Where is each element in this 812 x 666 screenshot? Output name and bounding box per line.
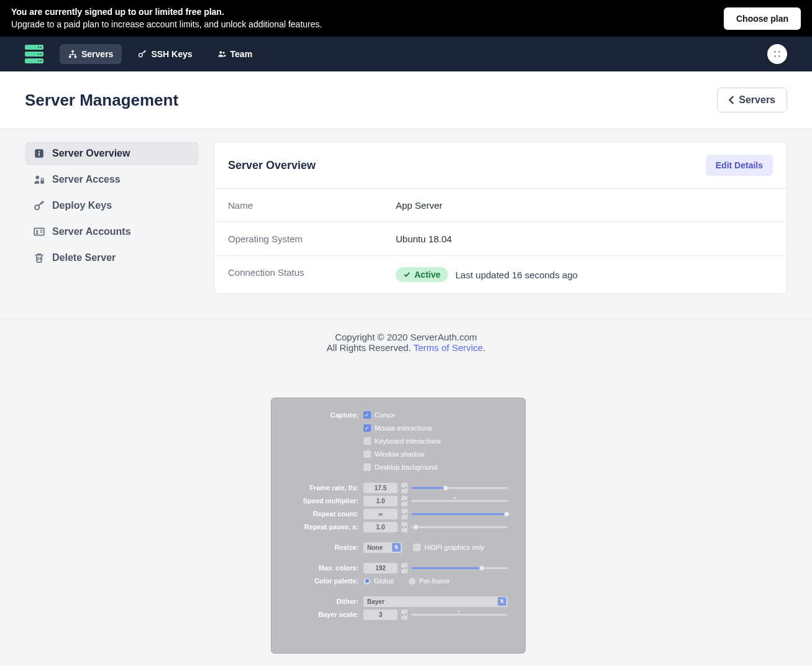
choose-plan-button[interactable]: Choose plan [724,7,801,30]
panel-header: Server Overview Edit Details [214,142,787,189]
value-name: App Server [396,200,442,211]
footer-copyright: Copyright © 2020 ServerAuth.com [12,332,800,342]
label-name: Name [228,200,396,211]
maxcolors-input[interactable]: 192 [363,563,398,573]
sitemap-icon [68,50,77,58]
sidenav-server-accounts[interactable]: Server Accounts [25,220,199,244]
top-nav: Servers SSH Keys Team [0,37,812,71]
repeat-stepper[interactable]: ▲▼ [401,509,408,519]
bayer-slider[interactable]: ▾ [411,614,508,616]
page-header: Server Management Servers [0,71,812,129]
nav-servers[interactable]: Servers [60,44,122,64]
speed-stepper[interactable]: ▲▼ [401,496,408,506]
svg-point-13 [35,176,39,180]
repeat-slider[interactable] [411,513,508,515]
maxcolors-slider[interactable] [411,567,508,569]
svg-rect-2 [75,56,77,58]
chevron-left-icon [729,96,735,104]
svg-point-7 [778,52,780,53]
framerate-label: Frame rate, f/s: [289,484,363,491]
footer-dot: . [483,342,485,353]
sidenav-label: Server Overview [52,148,130,159]
row-connection: Connection Status Active Last updated 16… [214,256,787,293]
svg-rect-14 [40,180,44,184]
edit-details-button[interactable]: Edit Details [706,155,773,176]
sidenav-label: Delete Server [52,252,116,263]
pause-input[interactable]: 1.0 [363,522,398,532]
banner-line1: You are currently signed up to our limit… [11,6,322,19]
footer: Copyright © 2020 ServerAuth.com All Righ… [0,319,812,365]
overview-panel: Server Overview Edit Details Name App Se… [214,142,787,294]
user-avatar[interactable] [767,44,787,64]
page-title: Server Management [25,91,178,110]
key-icon [34,200,45,211]
footer-rights-line: All Rights Reserved. Terms of Service. [12,342,800,353]
radio-global[interactable] [363,578,370,585]
hidpi-label: HiDPI graphics only [424,544,485,551]
speed-slider[interactable]: ▾ [411,500,508,502]
checkbox-hidpi[interactable] [413,544,421,551]
opt-perframe: Per-frame [419,577,450,585]
maxcolors-label: Max. colors: [289,564,363,572]
svg-point-17 [36,230,38,232]
sidenav-server-overview[interactable]: Server Overview [25,142,199,165]
bayer-label: Bayer scale: [289,611,363,618]
row-name: Name App Server [214,189,787,222]
opt-keyboard: Keyboard interactions [375,437,440,445]
checkbox-cursor[interactable]: ✓ [363,411,371,419]
pause-stepper[interactable]: ▲▼ [401,522,408,532]
label-os: Operating System [228,234,396,244]
pause-label: Repeat pause, s: [289,523,363,531]
banner-line2: Upgrade to a paid plan to increase accou… [11,19,322,31]
sidenav-label: Server Accounts [52,226,131,237]
repeat-label: Repeat count: [289,510,363,518]
side-nav: Server Overview Server Access Deploy Key… [25,142,199,294]
panel-title: Server Overview [228,159,316,172]
svg-rect-0 [71,50,74,53]
status-text: Active [414,270,440,280]
dither-select[interactable]: Bayer⇅ [363,596,508,607]
users-icon [217,50,226,58]
speed-input[interactable]: 1.0 [363,496,398,506]
framerate-stepper[interactable]: ▲▼ [401,483,408,493]
row-os: Operating System Ubuntu 18.04 [214,222,787,256]
svg-rect-12 [39,153,40,156]
sidenav-label: Deploy Keys [52,200,112,211]
sidenav-label: Server Access [52,174,121,185]
grip-icon [773,50,782,58]
nav-label: Servers [81,49,113,59]
opt-global: Global [374,577,394,585]
opt-desktop: Desktop background [375,463,437,471]
svg-point-4 [219,52,222,54]
resize-label: Resize: [289,544,363,551]
user-lock-icon [34,174,45,185]
checkbox-shadow[interactable] [363,450,371,458]
dither-label: Dither: [289,598,363,605]
repeat-input[interactable]: ∞ [363,509,398,519]
opt-cursor: Cursor [375,411,395,419]
sidenav-delete-server[interactable]: Delete Server [25,246,199,270]
pause-slider[interactable] [411,526,508,528]
checkbox-mouse[interactable]: ✓ [363,424,371,432]
sidenav-deploy-keys[interactable]: Deploy Keys [25,194,199,217]
servers-back-button[interactable]: Servers [717,88,787,112]
id-card-icon [34,226,45,237]
nav-team[interactable]: Team [209,44,262,64]
banner-text: You are currently signed up to our limit… [11,6,322,30]
checkbox-desktop[interactable] [363,463,371,471]
sidenav-server-access[interactable]: Server Access [25,168,199,191]
framerate-input[interactable]: 17.5 [363,483,398,493]
label-connection: Connection Status [228,267,396,282]
opt-shadow: Window shadow [375,450,424,458]
maxcolors-stepper[interactable]: ▲▼ [401,563,408,573]
resize-select[interactable]: None⇅ [363,542,402,553]
logo-icon[interactable] [25,45,43,63]
key-icon [138,50,147,58]
bayer-stepper[interactable]: ▲▼ [401,609,408,620]
radio-perframe[interactable] [409,578,416,585]
framerate-slider[interactable] [411,487,508,489]
tos-link[interactable]: Terms of Service [413,342,483,353]
checkbox-keyboard[interactable] [363,437,371,445]
bayer-input[interactable]: 3 [363,609,398,620]
nav-ssh-keys[interactable]: SSH Keys [129,44,201,64]
